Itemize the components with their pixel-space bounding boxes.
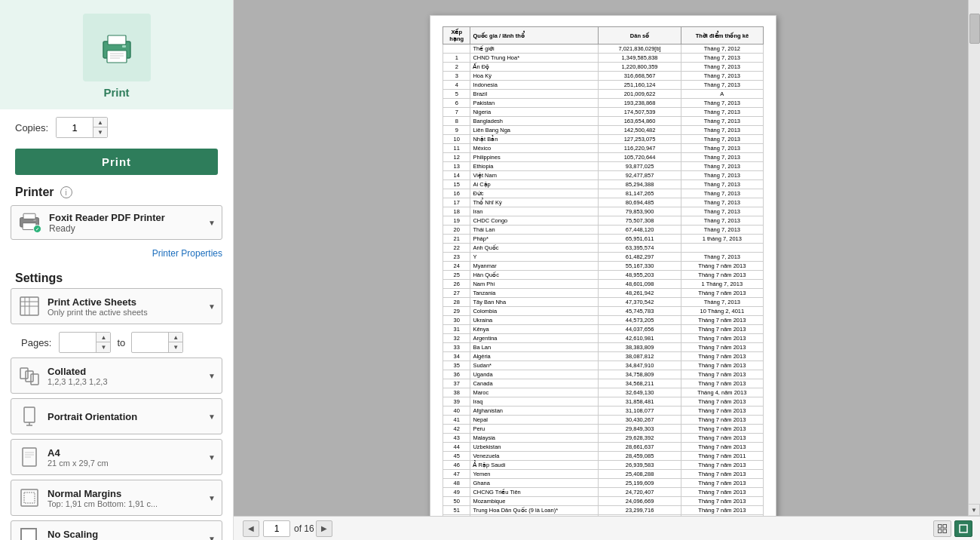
right-scrollbar[interactable]	[968, 0, 980, 516]
table-row: 45Venezuela28,459,085Tháng 7 năm 2011	[443, 452, 764, 461]
pages-to-spin-up[interactable]: ▲	[169, 333, 182, 342]
table-cell: 38	[443, 388, 470, 397]
svg-rect-32	[960, 525, 967, 532]
table-cell: 8	[443, 117, 470, 126]
pages-to-spinners: ▲ ▼	[168, 333, 182, 352]
table-cell: 37	[443, 379, 470, 388]
print-active-sheets-text: Print Active Sheets Only print the activ…	[47, 296, 205, 317]
table-row: 14Việt Nam92,477,857Tháng 7, 2013	[443, 171, 764, 180]
table-cell: 174,507,539	[599, 108, 681, 117]
table-cell: Algéria	[470, 352, 599, 361]
table-cell: Pakistan	[470, 99, 599, 108]
print-active-sheets-main: Print Active Sheets	[47, 296, 205, 308]
portrait-text: Portrait Orientation	[47, 411, 205, 422]
nav-prev-button[interactable]: ◀	[243, 520, 259, 537]
table-cell: Tháng 7, 2013	[681, 162, 763, 171]
svg-rect-9	[23, 213, 35, 219]
table-cell: Tanzania	[470, 289, 599, 298]
table-cell: Liên Bang Nga	[470, 126, 599, 135]
table-cell: 3	[443, 72, 470, 81]
table-row: 44Uzbekistan28,661,637Tháng 7 năm 2013	[443, 443, 764, 452]
table-cell: 55,167,330	[599, 262, 681, 271]
copies-spin-down[interactable]: ▼	[93, 127, 107, 137]
table-cell: Canada	[470, 379, 599, 388]
setting-print-active-sheets[interactable]: Print Active Sheets Only print the activ…	[11, 288, 222, 324]
table-cell: Tháng 7, 2013	[681, 207, 763, 216]
table-cell: 31,858,481	[599, 397, 681, 407]
setting-collated[interactable]: Collated 1,2,3 1,2,3 1,2,3 ▼	[11, 357, 222, 394]
setting-paper-size[interactable]: A4 21 cm x 29,7 cm ▼	[11, 439, 222, 475]
table-cell: Tháng 7 năm 2013	[681, 271, 763, 280]
table-cell: 1 Tháng 7, 2013	[681, 280, 763, 289]
table-row: 26Nam Phi48,601,0981 Tháng 7, 2013	[443, 280, 764, 289]
setting-scaling[interactable]: 100 No Scaling Print sheets at their act…	[11, 520, 222, 540]
table-cell: 45,745,783	[599, 307, 681, 316]
table-cell: 44,037,656	[599, 325, 681, 334]
table-cell: 43	[443, 434, 470, 443]
scaling-main: No Scaling	[47, 529, 205, 540]
printer-info-icon[interactable]: i	[60, 186, 72, 198]
table-cell: Tháng 7, 2013	[681, 117, 763, 126]
scroll-arrow-bottom[interactable]: ▼	[968, 504, 980, 516]
table-cell: Indonesia	[470, 81, 599, 90]
table-cell: 32,649,130	[599, 388, 681, 397]
table-cell: Ấn Độ	[470, 63, 599, 72]
table-row: 25Hàn Quốc48,955,203Tháng 7 năm 2013	[443, 271, 764, 280]
table-cell: 46	[443, 461, 470, 470]
table-cell: 67,448,120	[599, 226, 681, 235]
copies-input[interactable]	[57, 118, 93, 137]
table-cell: Tháng 7, 2013	[681, 126, 763, 135]
printer-properties-link[interactable]: Printer Properties	[152, 248, 222, 259]
copies-spin-up[interactable]: ▲	[93, 118, 107, 127]
printer-icon-wrap	[17, 210, 41, 235]
page-number-input[interactable]	[263, 520, 290, 537]
table-cell: 29,628,392	[599, 434, 681, 443]
table-cell: 19	[443, 216, 470, 226]
table-cell: 24,096,669	[599, 497, 681, 506]
table-cell: Tháng 7 năm 2013	[681, 416, 763, 425]
pages-from-spin-down[interactable]: ▼	[96, 342, 110, 352]
table-cell	[443, 44, 470, 54]
table-cell: Bangladesh	[470, 117, 599, 126]
table-cell: Tháng 7 năm 2013	[681, 470, 763, 479]
table-row: 18Iran79,853,900Tháng 7, 2013	[443, 207, 764, 216]
pages-to-input[interactable]	[132, 333, 168, 351]
table-cell: Tháng 7 năm 2013	[681, 461, 763, 470]
table-row: 28Tây Ban Nha47,370,542Tháng 7, 2013	[443, 298, 764, 307]
pages-from-spin-up[interactable]: ▲	[96, 333, 110, 342]
setting-portrait[interactable]: Portrait Orientation ▼	[11, 398, 222, 434]
table-cell: 15	[443, 180, 470, 189]
table-cell	[681, 244, 763, 253]
table-cell: Iraq	[470, 397, 599, 407]
table-cell: 47	[443, 470, 470, 479]
pages-to-spin-down[interactable]: ▼	[169, 342, 182, 352]
print-icon-area: Print	[0, 0, 233, 109]
table-cell: Yemen	[470, 470, 599, 479]
pages-label: Pages:	[21, 337, 51, 348]
nav-next-button[interactable]: ▶	[316, 520, 332, 537]
pages-from-input[interactable]	[60, 333, 96, 351]
table-cell: 40	[443, 407, 470, 416]
table-cell: 26	[443, 280, 470, 289]
table-cell: 28,459,085	[599, 452, 681, 461]
table-cell: Tháng 7, 2013	[681, 144, 763, 153]
setting-margins[interactable]: Normal Margins Top: 1,91 cm Bottom: 1,91…	[11, 480, 222, 516]
table-cell: Argentina	[470, 334, 599, 343]
nav-single-view-button[interactable]	[954, 520, 972, 537]
pages-to-label: to	[117, 337, 125, 348]
table-cell: 22	[443, 244, 470, 253]
nav-grid-view-button[interactable]	[933, 520, 951, 537]
table-cell: 75,507,308	[599, 216, 681, 226]
margins-icon	[17, 486, 41, 510]
table-cell: Tháng 7 năm 2013	[681, 334, 763, 343]
table-row: 37Canada34,568,211Tháng 7 năm 2013	[443, 379, 764, 388]
table-cell: 42	[443, 425, 470, 434]
print-button[interactable]: Print	[15, 149, 218, 175]
print-active-sheets-arrow: ▼	[208, 302, 216, 311]
pages-from-spinners: ▲ ▼	[96, 333, 110, 352]
printer-select-dropdown[interactable]: Foxit Reader PDF Printer Ready ▼	[11, 205, 222, 240]
table-row: 24Myanmar55,167,330Tháng 7 năm 2013	[443, 262, 764, 271]
table-cell: 18	[443, 207, 470, 216]
table-cell: 38,087,812	[599, 352, 681, 361]
scrollbar-thumb[interactable]	[969, 14, 980, 44]
